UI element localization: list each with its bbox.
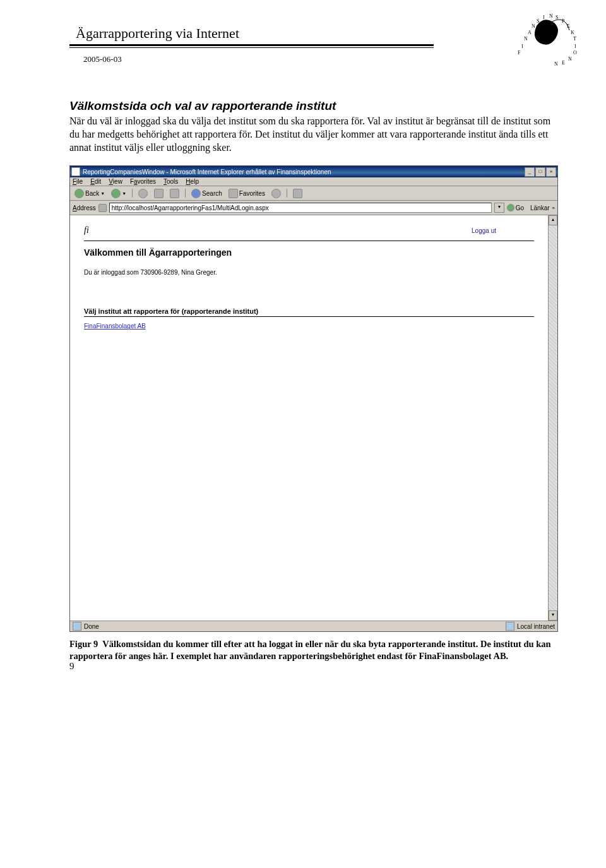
document-date: 2005-06-03 <box>83 54 562 64</box>
document-title: Ägarrapportering via Internet <box>76 25 562 42</box>
refresh-button[interactable] <box>152 188 165 198</box>
svg-text:E: E <box>567 23 571 29</box>
ie-window-title: ReportingCompaniesWindow - Microsoft Int… <box>83 169 331 175</box>
svg-text:S: S <box>537 18 540 24</box>
svg-text:T: T <box>573 36 578 42</box>
vertical-scrollbar[interactable]: ▴ ▾ <box>548 215 557 621</box>
embedded-screenshot: ReportingCompaniesWindow - Microsoft Int… <box>69 165 558 632</box>
close-button[interactable]: × <box>546 167 556 177</box>
menu-edit[interactable]: Edit <box>90 178 101 185</box>
scroll-up-button[interactable]: ▴ <box>549 215 557 225</box>
svg-text:E: E <box>562 60 566 66</box>
ie-app-icon <box>71 167 80 176</box>
maximize-button[interactable]: □ <box>535 167 545 177</box>
toolbar-separator <box>287 189 287 198</box>
dropdown-arrow-icon: ▼ <box>100 191 105 196</box>
home-icon <box>170 189 179 198</box>
svg-text:F: F <box>518 50 521 56</box>
header-divider <box>84 241 534 241</box>
ie-titlebar: ReportingCompaniesWindow - Microsoft Int… <box>70 166 557 177</box>
svg-text:I: I <box>521 44 525 49</box>
page-icon <box>98 204 107 212</box>
menu-tools[interactable]: Tools <box>163 178 178 185</box>
svg-text:N: N <box>568 56 573 62</box>
ie-status-bar: Done Local intranet <box>70 621 557 631</box>
figure-caption: Figur 9 Välkomstsidan du kommer till eft… <box>69 638 562 662</box>
mail-icon <box>293 189 302 198</box>
svg-text:N: N <box>524 36 529 42</box>
status-text: Done <box>84 623 99 630</box>
logged-in-text: Du är inloggad som 730906-9289, Nina Gre… <box>84 269 534 276</box>
mail-button[interactable] <box>291 188 304 198</box>
history-button[interactable] <box>270 188 283 198</box>
svg-text:N: N <box>532 23 537 29</box>
choose-institute-heading: Välj institut att rapportera för (rappor… <box>84 307 534 315</box>
header-rule-thin <box>69 47 434 48</box>
go-button[interactable]: Go <box>507 204 524 211</box>
svg-text:I: I <box>574 44 578 49</box>
svg-text:O: O <box>573 50 578 56</box>
toolbar-separator <box>185 189 186 198</box>
search-button[interactable]: Search <box>189 188 224 198</box>
svg-text:N: N <box>554 61 559 67</box>
section-paragraph: När du väl är inloggad ska du välja det … <box>69 114 562 154</box>
document-header: Ägarrapportering via Internet 2005-06-03 <box>69 25 562 64</box>
svg-text:N: N <box>549 13 554 19</box>
zone-text: Local intranet <box>517 623 555 630</box>
figure-caption-text: Välkomstsidan du kommer till efter att h… <box>69 639 551 661</box>
favorites-icon <box>229 189 238 198</box>
header-rule-thick <box>69 44 434 46</box>
forward-icon <box>111 189 121 198</box>
section-divider <box>84 316 534 317</box>
go-icon <box>507 204 514 211</box>
svg-text:K: K <box>571 30 576 35</box>
address-dropdown[interactable]: ▾ <box>494 203 504 213</box>
section-heading: Välkomstsida och val av rapporterande in… <box>69 99 562 113</box>
ie-content-area: fi Logga ut Välkommen till Ägarrapporter… <box>70 215 557 621</box>
svg-text:S: S <box>556 15 559 20</box>
menu-file[interactable]: File <box>73 178 83 185</box>
logout-link[interactable]: Logga ut <box>472 227 496 234</box>
ie-toolbar: Back ▼ ▼ Search Favorites <box>70 186 557 201</box>
menu-favorites[interactable]: Favorites <box>130 178 156 185</box>
scroll-track[interactable] <box>549 225 557 610</box>
svg-text:A: A <box>528 30 533 35</box>
home-button[interactable] <box>168 188 181 198</box>
menu-view[interactable]: View <box>109 178 122 185</box>
address-input[interactable]: http://localhost/AgarrapporteringFas1/Mu… <box>109 203 492 213</box>
forward-button[interactable]: ▼ <box>109 188 128 198</box>
favorites-button[interactable]: Favorites <box>227 188 267 198</box>
fi-small-logo: fi <box>84 225 89 235</box>
links-chevron-icon: » <box>552 205 555 211</box>
back-button[interactable]: Back ▼ <box>73 188 107 198</box>
stop-icon <box>138 189 148 198</box>
zone-icon <box>506 622 514 631</box>
dropdown-arrow-icon: ▼ <box>122 191 126 196</box>
address-label: Address <box>73 205 96 211</box>
minimize-button[interactable]: _ <box>525 167 535 177</box>
links-label[interactable]: Länkar <box>530 205 550 211</box>
search-icon <box>191 189 201 198</box>
ie-menubar: File Edit View Favorites Tools Help <box>70 177 557 186</box>
fi-logo: FIN ANS INS PEK TIO NEN <box>505 4 581 69</box>
history-icon <box>271 189 281 198</box>
address-value: http://localhost/AgarrapporteringFas1/Mu… <box>112 205 269 211</box>
figure-label: Figur 9 <box>69 639 98 649</box>
refresh-icon <box>154 189 163 198</box>
svg-text:P: P <box>562 18 566 24</box>
svg-text:I: I <box>543 15 546 20</box>
toolbar-separator <box>132 189 133 198</box>
app-title: Välkommen till Ägarrapporteringen <box>84 247 534 258</box>
stop-button[interactable] <box>136 188 150 198</box>
company-link[interactable]: FinaFinansbolaget AB <box>84 323 146 330</box>
menu-help[interactable]: Help <box>186 178 199 185</box>
page-number: 9 <box>69 661 74 672</box>
ie-address-bar: Address http://localhost/Agarrapporterin… <box>70 201 557 215</box>
status-page-icon <box>73 622 81 631</box>
scroll-down-button[interactable]: ▾ <box>549 610 557 621</box>
back-icon <box>74 189 84 198</box>
